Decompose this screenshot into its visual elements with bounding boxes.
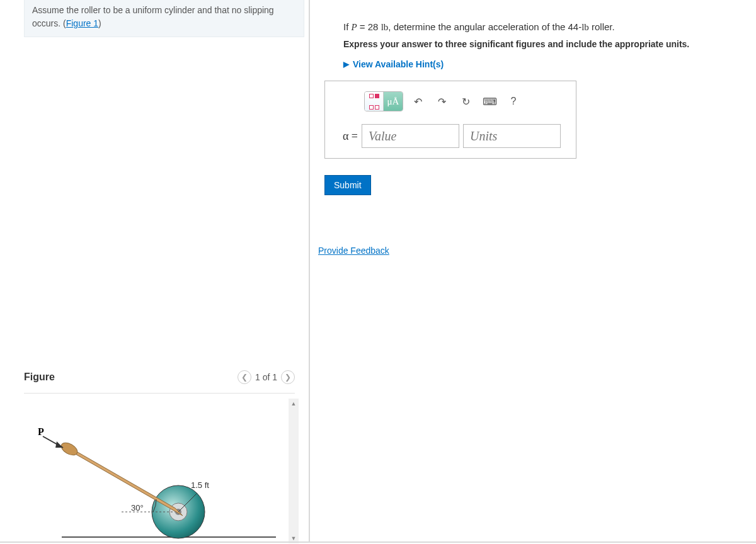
problem-statement: Assume the roller to be a uniform cylind… [24,0,304,37]
figure-header: Figure ❮ 1 of 1 ❯ [24,370,295,394]
figure-title: Figure [24,371,55,383]
view-hints-toggle[interactable]: ▶ View Available Hint(s) [343,59,731,69]
q-mid: , determine the angular acceleration of … [388,21,581,32]
figure-scrollbar[interactable]: ▲ ▼ [289,399,299,543]
hints-label: View Available Hint(s) [353,59,444,69]
keyboard-button[interactable]: ⌨ [480,92,499,111]
undo-button[interactable]: ↶ [408,92,427,111]
figure-next-button[interactable]: ❯ [281,370,295,384]
provide-feedback-link[interactable]: Provide Feedback [318,246,389,256]
q-unit1: lb [381,22,389,32]
template-icon [369,91,380,111]
problem-text-2: ) [98,18,101,28]
svg-marker-4 [66,445,183,516]
bottom-border [0,541,756,543]
units-symbol-label: μÅ [387,96,399,107]
left-panel: Assume the roller to be a uniform cylind… [0,0,309,544]
reset-icon: ↻ [462,96,470,108]
q-variable: P [352,22,357,32]
q-eqval: = 28 [357,21,381,32]
q-unit2: lb [581,22,589,32]
reset-button[interactable]: ↻ [456,92,475,111]
undo-icon: ↶ [414,96,422,108]
submit-button[interactable]: Submit [324,175,371,195]
answer-toolbar: μÅ ↶ ↷ ↻ ⌨ ? [334,91,567,111]
help-button[interactable]: ? [504,92,523,111]
figure-angle-label: 30° [131,503,144,513]
submit-label: Submit [334,180,362,190]
figure-canvas: P 30° 1.5 ft ▲ ▼ [24,399,295,543]
help-label: ? [511,96,517,107]
units-symbol-button[interactable]: μÅ [384,92,403,111]
figure-navigation: ❮ 1 of 1 ❯ [238,370,295,384]
template-tool-button[interactable] [365,92,384,111]
figure-radius-label: 1.5 ft [191,480,209,490]
triangle-right-icon: ▶ [343,60,349,69]
figure-force-label: P [38,426,44,437]
svg-point-5 [59,440,79,458]
units-input[interactable] [463,124,561,148]
chevron-left-icon: ❮ [241,373,248,382]
scroll-up-icon[interactable]: ▲ [289,399,299,409]
q-prefix: If [343,21,352,32]
right-panel: If P = 28 lb, determine the angular acce… [318,0,756,544]
value-input[interactable] [362,124,459,148]
format-tools-group: μÅ [364,91,403,111]
redo-icon: ↷ [438,96,446,108]
figure-page-label: 1 of 1 [255,372,277,382]
answer-input-row: α = [334,124,567,148]
redo-button[interactable]: ↷ [432,92,451,111]
alpha-equals-label: α = [334,130,358,143]
figure-svg: P 30° 1.5 ft [24,399,282,543]
figure-prev-button[interactable]: ❮ [238,370,251,384]
question-instruction: Express your answer to three significant… [343,39,731,49]
chevron-right-icon: ❯ [285,373,291,382]
figure-panel: Figure ❮ 1 of 1 ❯ [24,370,295,543]
figure-link[interactable]: Figure 1 [66,18,98,28]
keyboard-icon: ⌨ [483,96,497,108]
q-suffix: roller. [589,21,615,32]
question-text: If P = 28 lb, determine the angular acce… [343,21,731,33]
panel-divider [309,0,310,541]
answer-entry-box: μÅ ↶ ↷ ↻ ⌨ ? α = [324,81,576,159]
